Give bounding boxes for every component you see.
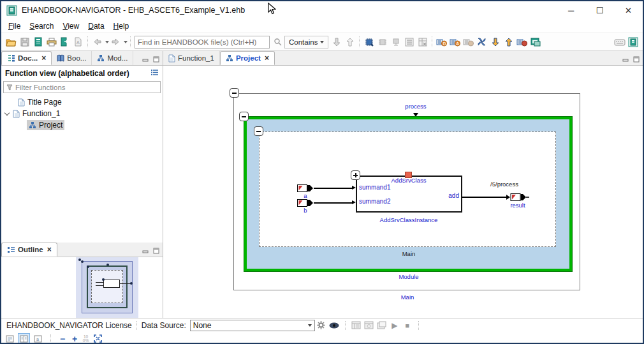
pin-add-label: add (436, 192, 459, 199)
find-input[interactable]: Find in EHANDBOOK file(s) (Ctrl+H) (135, 36, 270, 49)
tab-documentation[interactable]: Doc... × (1, 51, 52, 65)
menu-help[interactable]: Help (109, 20, 134, 32)
open-ehandbook-button[interactable] (31, 35, 45, 49)
show-values-button[interactable] (328, 320, 340, 331)
close-icon[interactable]: × (41, 54, 46, 63)
import-values-button[interactable] (488, 35, 502, 49)
measure-window-button[interactable] (363, 320, 376, 331)
collapse-outer-button[interactable] (230, 88, 239, 98)
tab-models[interactable]: Mod... (92, 51, 133, 65)
maximize-view-button[interactable] (153, 54, 160, 65)
zoom-out-button[interactable]: − (57, 334, 68, 344)
tree-item-label: Project (39, 121, 62, 130)
document-view-button[interactable] (4, 333, 16, 344)
zoom-in-button[interactable]: + (70, 334, 80, 344)
minimize-button[interactable]: ─ (557, 1, 585, 19)
expand-chevron-icon[interactable] (4, 110, 10, 115)
ehandbook-logo-icon (626, 35, 640, 49)
compare-labels-button[interactable] (475, 35, 488, 49)
forward-button[interactable] (109, 35, 122, 49)
experiment-window-button[interactable] (376, 320, 388, 331)
maximize-view-button[interactable] (633, 54, 640, 65)
tree-item-function-1[interactable]: Function_1 (1, 108, 163, 119)
minimize-view-button[interactable] (142, 54, 149, 65)
interactive-model-button[interactable] (362, 35, 376, 49)
search-icon (271, 35, 284, 49)
close-button[interactable]: ✕ (614, 1, 643, 19)
model-diagram-icon (97, 54, 105, 62)
output-port-result[interactable] (506, 193, 529, 201)
tab-project[interactable]: Project × (220, 51, 275, 65)
data-source-value: None (193, 321, 305, 330)
input-port-a[interactable] (297, 184, 314, 192)
left-panel: Doc... × Boo... Mod... Function view (al (1, 51, 163, 318)
tree-item-title-page[interactable]: Title Page (1, 96, 163, 108)
find-label-model-button[interactable]: A (448, 35, 462, 49)
fit-view-button[interactable] (92, 333, 104, 344)
forward-history-caret[interactable] (124, 41, 128, 43)
function-view-header: Function view (alphabetical order) (1, 66, 163, 81)
minimize-view-button[interactable] (142, 245, 149, 257)
tab-label: Function_1 (178, 54, 214, 62)
export-values-button[interactable] (502, 35, 515, 49)
export-pdf-button[interactable]: A (71, 35, 85, 49)
project-diagram-icon (29, 121, 36, 129)
start-measurement-button[interactable]: ▶ (388, 320, 401, 331)
close-icon[interactable]: × (265, 54, 269, 63)
pin-summand2-label: summand2 (359, 198, 390, 205)
menu-data[interactable]: Data (84, 20, 108, 32)
selected-tree-item[interactable]: Project (27, 120, 64, 130)
contains-dropdown[interactable]: Contains (284, 36, 328, 49)
close-icon[interactable]: × (47, 245, 52, 254)
title-bar: EHANDBOOK-NAVIGATOR - EHB_ASCET6_Example… (1, 1, 643, 19)
menu-file[interactable]: File (4, 20, 25, 32)
menu-search[interactable]: Search (25, 20, 58, 32)
collapse-module-button[interactable] (239, 112, 249, 121)
chevron-down-icon (320, 41, 324, 43)
print-button[interactable] (45, 35, 58, 49)
stop-measurement-button[interactable]: ■ (401, 320, 414, 331)
maximize-button[interactable]: ☐ (585, 1, 614, 19)
zoom-100-button[interactable]: 100% (82, 335, 90, 343)
expand-block-button[interactable] (351, 170, 360, 180)
tab-label: Boo... (67, 54, 86, 62)
data-source-label: Data Source: (142, 321, 186, 330)
data-source-settings-button[interactable] (315, 320, 328, 331)
open-new-window-button[interactable] (529, 35, 542, 49)
view-menu-icon[interactable] (150, 69, 159, 78)
data-source-select[interactable]: None (190, 320, 315, 331)
diagram-canvas[interactable]: process a b (163, 66, 643, 318)
project-diagram-icon (226, 54, 233, 62)
manage-labels-button[interactable] (515, 35, 529, 49)
model-view-disabled-button[interactable] (376, 35, 389, 49)
tab-function-1[interactable]: Function_1 (163, 51, 220, 65)
save-button[interactable] (18, 35, 31, 49)
find-previous-button[interactable] (343, 35, 356, 49)
find-next-button[interactable] (330, 35, 343, 49)
tree-item-project[interactable]: Project (1, 119, 163, 131)
back-button[interactable] (91, 35, 104, 49)
submodel-view-disabled-button[interactable] (389, 35, 402, 49)
keyboard-shortcuts-button[interactable] (613, 35, 626, 49)
filter-functions-input[interactable]: Filter Functions (3, 81, 161, 93)
maximize-view-button[interactable] (153, 245, 160, 257)
table-view-disabled-button[interactable] (416, 35, 429, 49)
open-file-button[interactable] (4, 35, 18, 49)
split-view-button[interactable] (18, 333, 30, 344)
document-list-button[interactable] (402, 35, 416, 49)
menu-view[interactable]: View (58, 20, 84, 32)
left-panel-tab-strip: Doc... × Boo... Mod... (1, 51, 163, 66)
find-label-disabled-button[interactable] (462, 35, 475, 49)
collapse-inner-button[interactable] (254, 126, 263, 136)
minimize-view-button[interactable] (622, 54, 629, 65)
tab-outline[interactable]: Outline × (1, 243, 57, 257)
find-label-docs-button[interactable]: D (435, 35, 448, 49)
export-document-button[interactable] (58, 35, 71, 49)
outline-thumbnail[interactable] (1, 257, 163, 318)
input-port-b[interactable] (297, 199, 314, 207)
model-view-button[interactable]: a (32, 333, 44, 344)
tab-bookmarks[interactable]: Boo... (52, 51, 92, 65)
calibration-window-button[interactable] (350, 320, 363, 331)
input-b-label: b (295, 207, 316, 214)
tree-item-label: Title Page (27, 98, 62, 107)
